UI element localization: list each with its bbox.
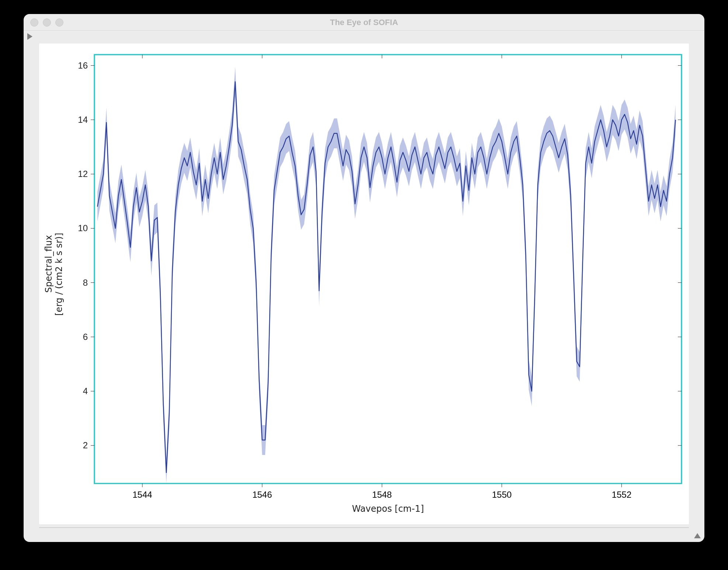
divider [39, 527, 689, 528]
svg-text:1544: 1544 [132, 489, 152, 499]
spectrum-chart[interactable]: 15441546154815501552246810121416Wavepos … [39, 44, 689, 524]
y-axis-unit: [erg / (cm2 k s sr)] [54, 233, 64, 316]
svg-text:1552: 1552 [612, 489, 631, 499]
window-title: The Eye of SOFIA [24, 18, 704, 27]
svg-text:14: 14 [78, 115, 88, 125]
disclosure-bottom-icon[interactable] [694, 533, 701, 538]
svg-rect-0 [94, 55, 682, 483]
app-window: The Eye of SOFIA 15441546154815501552246… [24, 14, 704, 542]
disclosure-left-icon[interactable] [27, 33, 32, 40]
y-axis-label: Spectral_flux [44, 235, 54, 293]
svg-text:6: 6 [83, 332, 88, 342]
svg-text:10: 10 [78, 223, 88, 233]
plot-panel[interactable]: 15441546154815501552246810121416Wavepos … [39, 44, 689, 524]
svg-text:16: 16 [78, 60, 88, 70]
svg-text:12: 12 [78, 169, 88, 179]
svg-text:1550: 1550 [492, 489, 512, 499]
svg-text:1548: 1548 [372, 489, 392, 499]
svg-text:4: 4 [83, 386, 88, 396]
svg-text:1546: 1546 [252, 489, 272, 499]
titlebar[interactable]: The Eye of SOFIA [24, 14, 704, 31]
x-axis-label: Wavepos [cm-1] [352, 504, 424, 514]
svg-text:2: 2 [83, 440, 88, 450]
window-content: 15441546154815501552246810121416Wavepos … [24, 30, 704, 542]
svg-text:8: 8 [83, 278, 88, 288]
